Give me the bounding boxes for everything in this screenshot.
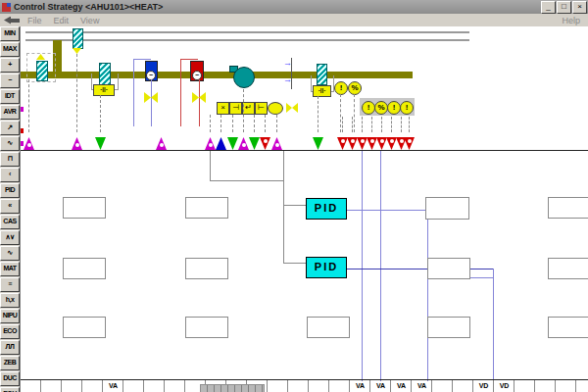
- parameter-slot[interactable]: [185, 197, 228, 219]
- analog-input-triangle[interactable]: [156, 137, 167, 150]
- menu-file[interactable]: File: [27, 16, 42, 25]
- logic-cross-icon[interactable]: ×: [217, 102, 229, 115]
- logic-contact-icon[interactable]: ⊢: [255, 102, 268, 115]
- logic-ellipse-icon[interactable]: [268, 102, 283, 115]
- analog-input-triangle[interactable]: [72, 137, 82, 150]
- toolbar-button-minus[interactable]: −: [0, 74, 20, 88]
- analog-output-triangle[interactable]: [337, 137, 348, 150]
- point-cell-label[interactable]: VD: [494, 382, 514, 389]
- point-cell-label[interactable]: VA: [391, 382, 412, 389]
- pseudo-input-triangle[interactable]: [216, 137, 226, 150]
- triangle-row-line: [21, 150, 588, 151]
- digital-input-triangle[interactable]: [95, 137, 106, 150]
- parameter-slot[interactable]: [548, 317, 588, 338]
- toolbar-button-nipu[interactable]: NIPU: [0, 309, 20, 323]
- filter-symbol-box[interactable]: -||-: [93, 84, 115, 96]
- toolbar-button-switch-icon[interactable]: ∿: [0, 136, 20, 151]
- temperature-sensor-icon[interactable]: !: [334, 81, 348, 95]
- back-arrow-icon[interactable]: [4, 17, 20, 24]
- logic-contact-icon[interactable]: ⊣: [229, 102, 242, 115]
- parameter-slot[interactable]: [425, 197, 469, 220]
- digital-input-triangle[interactable]: [249, 137, 260, 150]
- signal-dash-line: [352, 117, 353, 132]
- toolbar-button-duc[interactable]: DUC: [0, 371, 20, 386]
- analog-output-triangle[interactable]: [376, 137, 387, 150]
- analog-input-triangle[interactable]: [24, 137, 34, 150]
- three-way-valve-icon[interactable]: [192, 92, 206, 103]
- wire: [362, 151, 363, 381]
- filter-symbol-box[interactable]: -||-: [313, 85, 331, 97]
- toolbar-button-pid[interactable]: PID: [0, 183, 20, 198]
- toolbar-button-plus[interactable]: +: [0, 58, 20, 73]
- analog-input-triangle[interactable]: [205, 137, 216, 150]
- coil-feed-line: [180, 59, 181, 126]
- toolbar-button-curve-icon[interactable]: ∿: [0, 246, 20, 261]
- small-valve-icon[interactable]: [286, 103, 298, 113]
- point-cell-label[interactable]: VA: [412, 382, 432, 389]
- main-pipe: [21, 72, 413, 78]
- point-cell-label[interactable]: VD: [473, 382, 494, 389]
- parameter-slot[interactable]: [185, 258, 228, 279]
- parameter-slot[interactable]: [548, 258, 588, 279]
- selected-cell-block[interactable]: [200, 384, 265, 392]
- restore-button[interactable]: □: [557, 1, 571, 14]
- strategy-canvas[interactable]: -||- − − → → -||- ! % ! % ! ! × ⊣ ↵ ⊢: [20, 26, 588, 392]
- analog-output-triangle[interactable]: [367, 137, 377, 150]
- humidity-sensor-icon[interactable]: %: [348, 81, 362, 95]
- parameter-slot[interactable]: [185, 317, 228, 338]
- outdoor-damper[interactable]: [36, 61, 48, 81]
- analog-output-triangle[interactable]: [404, 137, 415, 150]
- toolbar-button-double-wedge-icon[interactable]: «: [0, 199, 20, 214]
- analog-output-triangle[interactable]: [260, 137, 270, 150]
- point-cell-label[interactable]: VA: [103, 382, 123, 389]
- humidity-sensor-icon[interactable]: %: [374, 101, 388, 115]
- toolbar-button-hx[interactable]: h,x: [0, 293, 20, 308]
- menu-help[interactable]: Help: [562, 16, 580, 25]
- analog-output-triangle[interactable]: [357, 137, 368, 150]
- parameter-slot[interactable]: [307, 317, 350, 338]
- analog-input-triangle[interactable]: [271, 137, 282, 150]
- toolbar-button-min[interactable]: MIN: [0, 26, 20, 41]
- digital-input-triangle[interactable]: [313, 137, 323, 150]
- toolbar-button-step-icon[interactable]: ⊓: [0, 152, 20, 167]
- parameter-slot[interactable]: [63, 197, 106, 219]
- return-damper[interactable]: [73, 28, 83, 49]
- toolbar-button-avr[interactable]: AVR: [0, 105, 20, 120]
- parameter-slot[interactable]: [427, 258, 470, 279]
- toolbar-button-eoh[interactable]: EOH: [0, 387, 20, 392]
- parameter-slot[interactable]: [63, 258, 106, 279]
- temperature-sensor-icon[interactable]: !: [400, 101, 414, 115]
- toolbar-button-cas[interactable]: CAS: [0, 215, 20, 229]
- toolbar-button-squarewave-icon[interactable]: ЛЛ: [0, 340, 20, 355]
- parameter-slot[interactable]: [548, 197, 588, 219]
- parameter-slot[interactable]: [63, 317, 106, 338]
- toolbar-button-wedge-icon[interactable]: ‹: [0, 168, 20, 182]
- toolbar-button-max[interactable]: MAX: [0, 42, 20, 57]
- toolbar-button-idt[interactable]: IDT: [0, 89, 20, 104]
- wire: [283, 263, 306, 264]
- supply-fan[interactable]: [233, 67, 255, 88]
- analog-input-triangle[interactable]: [238, 137, 249, 150]
- analog-output-triangle[interactable]: [386, 137, 397, 150]
- temperature-sensor-icon[interactable]: !: [362, 101, 375, 115]
- three-way-valve-icon[interactable]: [144, 92, 158, 103]
- toolbar-button-flag-icon[interactable]: ≡: [0, 277, 20, 292]
- pid-block-2[interactable]: PID: [306, 257, 347, 278]
- point-cell-label[interactable]: VA: [370, 382, 391, 389]
- pid-block-1[interactable]: PID: [306, 198, 347, 220]
- menu-view[interactable]: View: [80, 16, 99, 25]
- digital-input-triangle[interactable]: [227, 137, 238, 150]
- close-button[interactable]: ×: [572, 1, 587, 14]
- menu-edit[interactable]: Edit: [54, 16, 70, 25]
- signal-dash-line: [276, 115, 277, 132]
- toolbar-button-zigzag-icon[interactable]: ∧∨: [0, 230, 20, 245]
- toolbar-button-ramp-icon[interactable]: ↗: [0, 121, 20, 135]
- toolbar-button-mat[interactable]: MAT: [0, 262, 20, 276]
- temperature-sensor-icon[interactable]: !: [387, 101, 401, 115]
- point-cell-label[interactable]: VA: [350, 382, 370, 389]
- parameter-slot[interactable]: [427, 317, 470, 338]
- minimize-button[interactable]: _: [541, 1, 556, 14]
- toolbar-button-eco[interactable]: ECO: [0, 324, 20, 339]
- toolbar-button-zeb[interactable]: ZEB: [0, 356, 20, 370]
- analog-output-triangle[interactable]: [347, 137, 358, 150]
